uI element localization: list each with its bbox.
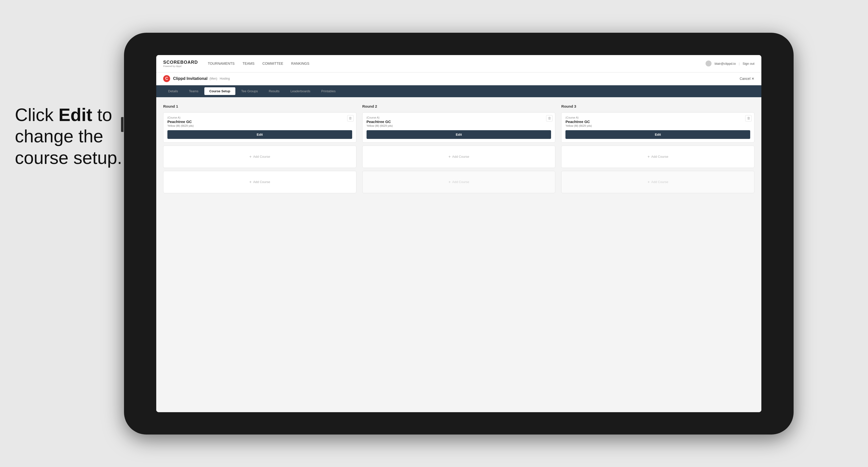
plus-icon: + — [448, 155, 451, 159]
close-icon: ✕ — [751, 76, 754, 81]
tab-printables[interactable]: Printables — [316, 87, 341, 95]
tab-tee-groups[interactable]: Tee Groups — [236, 87, 263, 95]
logo-title: SCOREBOARD — [163, 60, 198, 65]
course-details-round3: Yellow (M) (6629 yds) — [565, 124, 750, 127]
course-label-round3: (Course A) — [565, 116, 750, 119]
edit-button-round1[interactable]: Edit — [167, 130, 352, 139]
add-course-card-round2-2: + Add Course — [362, 171, 556, 193]
course-name-round3: Peachtree GC — [565, 120, 750, 124]
course-label-round2: (Course A) — [367, 116, 551, 119]
add-course-label-round1-2: Add Course — [253, 180, 270, 184]
tab-course-setup[interactable]: Course Setup — [204, 87, 235, 95]
add-course-card-round1-1[interactable]: + Add Course — [163, 146, 356, 168]
plus-icon: + — [249, 180, 251, 184]
delete-button-round3[interactable]: 🗑 — [745, 115, 752, 122]
add-course-label-round1-1: Add Course — [253, 155, 270, 158]
tab-details[interactable]: Details — [163, 87, 183, 95]
course-details-round1: Yellow (M) (6629 yds) — [167, 124, 352, 127]
plus-icon: + — [648, 180, 650, 184]
tab-leaderboards[interactable]: Leaderboards — [285, 87, 315, 95]
nav-right: blair@clippd.io | Sign out — [706, 61, 754, 66]
tournament-name: Clippd Invitational — [173, 76, 208, 81]
nav-link-rankings[interactable]: RANKINGS — [291, 62, 309, 65]
plus-icon: + — [448, 180, 451, 184]
logo-subtitle: Powered by clippd — [163, 65, 198, 67]
add-course-label-round2-2: Add Course — [452, 180, 469, 184]
course-details-round2: Yellow (M) (6629 yds) — [367, 124, 551, 127]
main-content: Round 1 🗑 (Course A) Peachtree GC Yellow… — [156, 97, 762, 412]
rounds-grid: Round 1 🗑 (Course A) Peachtree GC Yellow… — [163, 104, 754, 193]
add-course-label-round3-1: Add Course — [651, 155, 669, 158]
logo-area: SCOREBOARD Powered by clippd — [163, 60, 198, 67]
plus-icon: + — [249, 155, 251, 159]
tab-teams[interactable]: Teams — [184, 87, 204, 95]
round-2-title: Round 2 — [362, 104, 556, 108]
tab-bar: Details Teams Course Setup Tee Groups Re… — [156, 85, 762, 97]
gender-badge: (Men) — [210, 77, 217, 80]
nav-divider: | — [739, 62, 740, 65]
round-2-column: Round 2 🗑 (Course A) Peachtree GC Yellow… — [362, 104, 556, 193]
sub-header: C Clippd Invitational (Men) Hosting Canc… — [156, 72, 762, 85]
top-nav: SCOREBOARD Powered by clippd TOURNAMENTS… — [156, 55, 762, 72]
tablet-frame: SCOREBOARD Powered by clippd TOURNAMENTS… — [124, 33, 794, 435]
course-name-round2: Peachtree GC — [367, 120, 551, 124]
add-course-card-round3-2: + Add Course — [561, 171, 754, 193]
add-course-card-round2-1[interactable]: + Add Course — [362, 146, 556, 168]
course-card-round2: 🗑 (Course A) Peachtree GC Yellow (M) (66… — [362, 112, 556, 143]
course-card-round3: 🗑 (Course A) Peachtree GC Yellow (M) (66… — [561, 112, 754, 143]
course-card-round1: 🗑 (Course A) Peachtree GC Yellow (M) (66… — [163, 112, 356, 143]
delete-button-round2[interactable]: 🗑 — [546, 115, 553, 122]
round-1-title: Round 1 — [163, 104, 356, 108]
sub-header-logo: C — [163, 75, 170, 82]
add-course-card-round3-1[interactable]: + Add Course — [561, 146, 754, 168]
edit-button-round2[interactable]: Edit — [367, 130, 551, 139]
nav-links: TOURNAMENTS TEAMS COMMITTEE RANKINGS — [208, 62, 706, 65]
round-1-column: Round 1 🗑 (Course A) Peachtree GC Yellow… — [163, 104, 356, 193]
edit-button-round3[interactable]: Edit — [565, 130, 750, 139]
round-3-title: Round 3 — [561, 104, 754, 108]
cancel-button[interactable]: Cancel ✕ — [740, 76, 754, 81]
add-course-label-round3-2: Add Course — [651, 180, 669, 184]
nav-link-teams[interactable]: TEAMS — [243, 62, 254, 65]
add-course-label-round2-1: Add Course — [452, 155, 469, 158]
delete-button-round1[interactable]: 🗑 — [347, 115, 354, 122]
nav-link-committee[interactable]: COMMITTEE — [262, 62, 283, 65]
avatar — [706, 61, 712, 66]
add-course-card-round1-2[interactable]: + Add Course — [163, 171, 356, 193]
course-label-round1: (Course A) — [167, 116, 352, 119]
tab-results[interactable]: Results — [264, 87, 284, 95]
hosting-tag: Hosting — [220, 77, 230, 80]
round-3-column: Round 3 🗑 (Course A) Peachtree GC Yellow… — [561, 104, 754, 193]
nav-link-tournaments[interactable]: TOURNAMENTS — [208, 62, 235, 65]
course-name-round1: Peachtree GC — [167, 120, 352, 124]
user-email: blair@clippd.io — [714, 62, 736, 65]
tablet-screen: SCOREBOARD Powered by clippd TOURNAMENTS… — [156, 55, 762, 412]
sign-out-link[interactable]: Sign out — [743, 62, 754, 65]
plus-icon: + — [648, 155, 650, 159]
